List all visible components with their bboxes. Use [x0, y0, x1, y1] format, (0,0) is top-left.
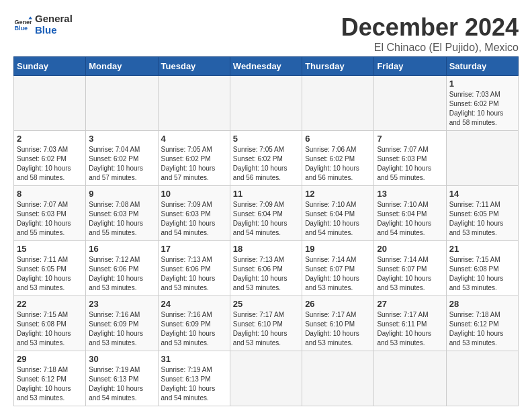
day-info: Sunrise: 7:10 AM Sunset: 6:04 PM Dayligh…: [377, 200, 443, 238]
day-number: 23: [89, 299, 154, 309]
calendar-cell: 29Sunrise: 7:18 AM Sunset: 6:12 PM Dayli…: [14, 351, 86, 406]
calendar-cell: [14, 76, 86, 131]
day-number: 22: [17, 299, 83, 309]
weekday-header-monday: Monday: [86, 57, 158, 76]
calendar-cell: 26Sunrise: 7:17 AM Sunset: 6:10 PM Dayli…: [302, 296, 374, 351]
calendar-cell: 9Sunrise: 7:08 AM Sunset: 6:03 PM Daylig…: [86, 186, 158, 241]
month-title: December 2024: [341, 13, 519, 42]
calendar-cell: [86, 76, 158, 131]
week-row-1: 1Sunrise: 7:03 AM Sunset: 6:02 PM Daylig…: [14, 76, 519, 131]
day-number: 13: [377, 189, 443, 199]
day-number: 8: [17, 189, 83, 199]
day-number: 24: [161, 299, 227, 309]
calendar-cell: 30Sunrise: 7:19 AM Sunset: 6:13 PM Dayli…: [86, 351, 158, 406]
day-info: Sunrise: 7:03 AM Sunset: 6:02 PM Dayligh…: [17, 145, 83, 183]
weekday-header-row: SundayMondayTuesdayWednesdayThursdayFrid…: [14, 57, 519, 76]
calendar-cell: 31Sunrise: 7:19 AM Sunset: 6:13 PM Dayli…: [158, 351, 230, 406]
calendar-cell: 19Sunrise: 7:14 AM Sunset: 6:07 PM Dayli…: [302, 241, 374, 296]
day-number: 1: [449, 79, 515, 89]
day-info: Sunrise: 7:03 AM Sunset: 6:02 PM Dayligh…: [449, 90, 515, 128]
weekday-header-tuesday: Tuesday: [158, 57, 230, 76]
page-container: General Blue General Blue December 2024 …: [13, 13, 519, 406]
calendar-cell: [230, 351, 302, 406]
calendar-cell: 18Sunrise: 7:13 AM Sunset: 6:06 PM Dayli…: [230, 241, 302, 296]
day-number: 11: [233, 189, 299, 199]
calendar-cell: [446, 131, 518, 186]
calendar-cell: 23Sunrise: 7:16 AM Sunset: 6:09 PM Dayli…: [86, 296, 158, 351]
location-title: El Chinaco (El Pujido), Mexico: [341, 42, 519, 54]
week-row-6: 29Sunrise: 7:18 AM Sunset: 6:12 PM Dayli…: [14, 351, 519, 406]
calendar-cell: [302, 76, 374, 131]
day-info: Sunrise: 7:14 AM Sunset: 6:07 PM Dayligh…: [305, 255, 371, 293]
day-info: Sunrise: 7:17 AM Sunset: 6:10 PM Dayligh…: [305, 310, 371, 348]
calendar-cell: 2Sunrise: 7:03 AM Sunset: 6:02 PM Daylig…: [14, 131, 86, 186]
calendar-cell: 7Sunrise: 7:07 AM Sunset: 6:03 PM Daylig…: [374, 131, 446, 186]
calendar-cell: [374, 76, 446, 131]
calendar-cell: [230, 76, 302, 131]
day-number: 15: [17, 244, 83, 254]
day-info: Sunrise: 7:15 AM Sunset: 6:08 PM Dayligh…: [449, 255, 515, 293]
calendar-cell: 17Sunrise: 7:13 AM Sunset: 6:06 PM Dayli…: [158, 241, 230, 296]
day-info: Sunrise: 7:09 AM Sunset: 6:04 PM Dayligh…: [233, 200, 299, 238]
calendar-cell: 1Sunrise: 7:03 AM Sunset: 6:02 PM Daylig…: [446, 76, 518, 131]
day-number: 3: [89, 134, 154, 144]
calendar-cell: 14Sunrise: 7:11 AM Sunset: 6:05 PM Dayli…: [446, 186, 518, 241]
calendar-cell: [302, 351, 374, 406]
day-number: 16: [89, 244, 154, 254]
day-info: Sunrise: 7:13 AM Sunset: 6:06 PM Dayligh…: [161, 255, 227, 293]
calendar-cell: 21Sunrise: 7:15 AM Sunset: 6:08 PM Dayli…: [446, 241, 518, 296]
day-info: Sunrise: 7:08 AM Sunset: 6:03 PM Dayligh…: [89, 200, 154, 238]
day-number: 14: [449, 189, 515, 199]
day-info: Sunrise: 7:16 AM Sunset: 6:09 PM Dayligh…: [161, 310, 227, 348]
day-number: 30: [89, 354, 154, 364]
calendar-cell: 3Sunrise: 7:04 AM Sunset: 6:02 PM Daylig…: [86, 131, 158, 186]
week-row-4: 15Sunrise: 7:11 AM Sunset: 6:05 PM Dayli…: [14, 241, 519, 296]
calendar-cell: 16Sunrise: 7:12 AM Sunset: 6:06 PM Dayli…: [86, 241, 158, 296]
day-number: 2: [17, 134, 83, 144]
day-info: Sunrise: 7:15 AM Sunset: 6:08 PM Dayligh…: [17, 310, 83, 348]
calendar-cell: [446, 351, 518, 406]
week-row-2: 2Sunrise: 7:03 AM Sunset: 6:02 PM Daylig…: [14, 131, 519, 186]
day-info: Sunrise: 7:11 AM Sunset: 6:05 PM Dayligh…: [449, 200, 515, 238]
day-info: Sunrise: 7:10 AM Sunset: 6:04 PM Dayligh…: [305, 200, 371, 238]
day-info: Sunrise: 7:11 AM Sunset: 6:05 PM Dayligh…: [17, 255, 83, 293]
calendar-cell: 28Sunrise: 7:18 AM Sunset: 6:12 PM Dayli…: [446, 296, 518, 351]
day-info: Sunrise: 7:12 AM Sunset: 6:06 PM Dayligh…: [89, 255, 154, 293]
logo-area: General Blue General Blue: [13, 13, 73, 36]
weekday-header-sunday: Sunday: [14, 57, 86, 76]
day-info: Sunrise: 7:19 AM Sunset: 6:13 PM Dayligh…: [161, 365, 227, 403]
header: General Blue General Blue December 2024 …: [13, 13, 519, 54]
calendar-cell: 27Sunrise: 7:17 AM Sunset: 6:11 PM Dayli…: [374, 296, 446, 351]
calendar-cell: 22Sunrise: 7:15 AM Sunset: 6:08 PM Dayli…: [14, 296, 86, 351]
day-number: 7: [377, 134, 443, 144]
day-info: Sunrise: 7:05 AM Sunset: 6:02 PM Dayligh…: [161, 145, 227, 183]
calendar-cell: [158, 76, 230, 131]
calendar-cell: 6Sunrise: 7:06 AM Sunset: 6:02 PM Daylig…: [302, 131, 374, 186]
calendar-cell: 8Sunrise: 7:07 AM Sunset: 6:03 PM Daylig…: [14, 186, 86, 241]
weekday-header-friday: Friday: [374, 57, 446, 76]
day-info: Sunrise: 7:07 AM Sunset: 6:03 PM Dayligh…: [17, 200, 83, 238]
day-number: 21: [449, 244, 515, 254]
svg-marker-2: [28, 16, 32, 19]
day-info: Sunrise: 7:18 AM Sunset: 6:12 PM Dayligh…: [17, 365, 83, 403]
day-number: 25: [233, 299, 299, 309]
week-row-3: 8Sunrise: 7:07 AM Sunset: 6:03 PM Daylig…: [14, 186, 519, 241]
day-number: 31: [161, 354, 227, 364]
day-number: 28: [449, 299, 515, 309]
day-info: Sunrise: 7:17 AM Sunset: 6:10 PM Dayligh…: [233, 310, 299, 348]
day-number: 12: [305, 189, 371, 199]
day-info: Sunrise: 7:19 AM Sunset: 6:13 PM Dayligh…: [89, 365, 154, 403]
day-info: Sunrise: 7:05 AM Sunset: 6:02 PM Dayligh…: [233, 145, 299, 183]
day-number: 27: [377, 299, 443, 309]
day-info: Sunrise: 7:09 AM Sunset: 6:03 PM Dayligh…: [161, 200, 227, 238]
calendar-cell: 12Sunrise: 7:10 AM Sunset: 6:04 PM Dayli…: [302, 186, 374, 241]
weekday-header-wednesday: Wednesday: [230, 57, 302, 76]
day-info: Sunrise: 7:13 AM Sunset: 6:06 PM Dayligh…: [233, 255, 299, 293]
title-area: December 2024 El Chinaco (El Pujido), Me…: [341, 13, 519, 54]
day-info: Sunrise: 7:18 AM Sunset: 6:12 PM Dayligh…: [449, 310, 515, 348]
calendar-cell: 20Sunrise: 7:14 AM Sunset: 6:07 PM Dayli…: [374, 241, 446, 296]
day-number: 20: [377, 244, 443, 254]
logo-icon: General Blue: [13, 15, 32, 34]
calendar-cell: [374, 351, 446, 406]
day-info: Sunrise: 7:06 AM Sunset: 6:02 PM Dayligh…: [305, 145, 371, 183]
